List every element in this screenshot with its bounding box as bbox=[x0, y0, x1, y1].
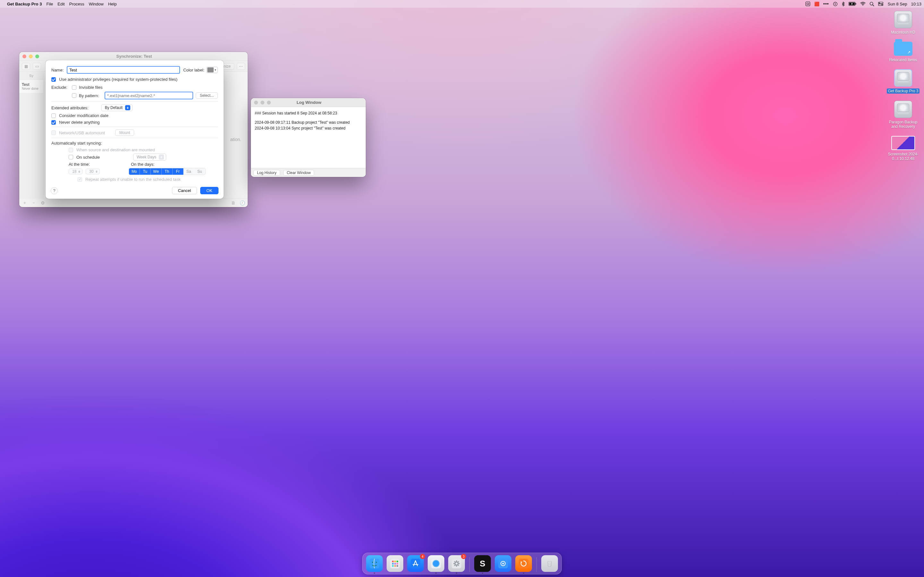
svg-point-6 bbox=[863, 5, 863, 6]
clear-window-button[interactable]: Clear Window bbox=[283, 170, 314, 176]
dock-app-getbackup[interactable] bbox=[515, 555, 532, 572]
log-body[interactable]: ### Session has started 8 Sep 2024 at 08… bbox=[251, 107, 366, 168]
day-fr[interactable]: Fr bbox=[173, 168, 184, 175]
day-th[interactable]: Th bbox=[162, 168, 173, 175]
drive-icon bbox=[894, 69, 912, 87]
invisible-label: Invisible files bbox=[79, 85, 103, 90]
pattern-input[interactable] bbox=[105, 92, 193, 99]
window-controls[interactable] bbox=[23, 55, 39, 58]
bypattern-checkbox[interactable] bbox=[72, 93, 76, 98]
running-indicator-icon bbox=[482, 572, 483, 574]
desktop-icon-screenshot[interactable]: Screenshot 2024-0...t 10.12.48 bbox=[885, 136, 921, 161]
desktop-label: Macintosh HD bbox=[891, 30, 915, 35]
zoom-window-button[interactable] bbox=[267, 101, 271, 105]
minimize-window-button[interactable] bbox=[29, 55, 33, 58]
desktop-icon-relocated[interactable]: Relocated Items bbox=[885, 42, 921, 62]
zoom-window-button[interactable] bbox=[35, 55, 39, 58]
dock-trash[interactable] bbox=[541, 555, 558, 572]
menu-file[interactable]: File bbox=[46, 2, 53, 6]
desktop-icon-paragon[interactable]: Paragon Backup and Recovery bbox=[885, 101, 921, 129]
dock-app-appstore[interactable]: 4 bbox=[407, 555, 424, 572]
admin-checkbox[interactable] bbox=[51, 77, 56, 82]
dock: 4 3 S bbox=[362, 553, 562, 574]
window-title: Synchronize: Test bbox=[116, 54, 152, 59]
menu-help[interactable]: Help bbox=[108, 2, 117, 6]
menu-process[interactable]: Process bbox=[69, 2, 84, 6]
menu-edit[interactable]: Edit bbox=[57, 2, 65, 6]
day-sa[interactable]: Sa bbox=[184, 168, 194, 175]
day-su[interactable]: Su bbox=[194, 168, 205, 175]
dock-app-launchpad[interactable] bbox=[387, 555, 403, 572]
repeat-checkbox: ✓ bbox=[78, 177, 82, 182]
titlebar[interactable]: Log Window bbox=[251, 98, 366, 107]
svg-rect-0 bbox=[806, 2, 810, 6]
battery-icon[interactable] bbox=[849, 2, 856, 6]
toolbar-more-button[interactable]: ⋯ bbox=[237, 63, 245, 70]
day-tu[interactable]: Tu bbox=[140, 168, 151, 175]
control-center-icon[interactable] bbox=[878, 2, 883, 6]
menu-window[interactable]: Window bbox=[89, 2, 103, 6]
menubar-date[interactable]: Sun 8 Sep bbox=[888, 2, 907, 6]
sidebar: Sy Test Never done bbox=[19, 72, 44, 207]
running-indicator-icon bbox=[374, 572, 375, 574]
color-select[interactable]: ▾ bbox=[206, 67, 218, 73]
desktop-icon-getbackup[interactable]: Get Backup Pro 3 bbox=[885, 69, 921, 93]
svg-rect-44 bbox=[519, 559, 528, 568]
document-icon[interactable]: 🗎 bbox=[230, 200, 236, 206]
drive-icon bbox=[894, 101, 912, 118]
toolbar-mode-icon[interactable]: ▦ bbox=[22, 63, 30, 70]
status-badge-icon[interactable]: 🟥 bbox=[814, 2, 819, 6]
invisible-checkbox[interactable] bbox=[72, 85, 76, 90]
close-window-button[interactable] bbox=[23, 55, 26, 58]
svg-point-28 bbox=[433, 560, 439, 567]
desktop-label: Relocated Items bbox=[889, 58, 917, 62]
screen-record-icon[interactable] bbox=[805, 1, 811, 6]
days-segmented[interactable]: Mo Tu We Th Fr Sa Su bbox=[129, 168, 206, 175]
settings-gear-icon[interactable]: ⚙ bbox=[40, 200, 45, 206]
cancel-button[interactable]: Cancel bbox=[172, 187, 197, 194]
dock-app-safari[interactable] bbox=[428, 555, 444, 572]
netusb-checkbox bbox=[51, 131, 56, 135]
svg-point-1 bbox=[807, 3, 809, 5]
titlebar[interactable]: Synchronize: Test bbox=[19, 52, 248, 61]
hour-stepper: 18 bbox=[69, 169, 82, 174]
dock-app-settings[interactable]: 3 bbox=[448, 555, 465, 572]
add-button[interactable]: ＋ bbox=[22, 200, 27, 206]
day-we[interactable]: We bbox=[151, 168, 162, 175]
wifi-icon[interactable] bbox=[860, 2, 866, 6]
moddate-checkbox[interactable] bbox=[51, 113, 56, 118]
clock-icon[interactable]: 🕘 bbox=[239, 200, 245, 206]
svg-rect-4 bbox=[855, 3, 856, 5]
play-icon[interactable] bbox=[833, 2, 838, 6]
minimize-window-button[interactable] bbox=[260, 101, 264, 105]
desktop-label-selected: Get Backup Pro 3 bbox=[887, 89, 920, 93]
neverdelete-checkbox[interactable] bbox=[51, 120, 56, 125]
dock-app-finder[interactable] bbox=[366, 555, 383, 572]
bluetooth-icon[interactable] bbox=[842, 2, 845, 6]
desktop-icon-hd[interactable]: Macintosh HD bbox=[885, 11, 921, 35]
remove-button[interactable]: － bbox=[31, 200, 37, 206]
select-pattern-button[interactable]: Select... bbox=[196, 92, 218, 99]
exclude-label: Exclude: bbox=[51, 85, 69, 90]
name-input[interactable] bbox=[67, 66, 180, 74]
help-button[interactable]: ? bbox=[51, 187, 58, 194]
day-mo[interactable]: Mo bbox=[129, 168, 140, 175]
window-controls[interactable] bbox=[254, 101, 271, 105]
sidebar-item[interactable]: Test Never done bbox=[19, 80, 43, 93]
toolbar-mode-icon[interactable]: ▭ bbox=[33, 63, 41, 70]
dock-app-generic-s[interactable]: S bbox=[474, 555, 491, 572]
svg-point-12 bbox=[881, 5, 882, 5]
status-menu-icon[interactable]: ••• bbox=[823, 1, 829, 6]
color-label: Color label: bbox=[183, 68, 204, 73]
ok-button[interactable]: OK bbox=[200, 187, 218, 194]
extended-attributes-popup[interactable]: By Default bbox=[102, 104, 132, 111]
dock-app-generic-camera[interactable] bbox=[495, 555, 511, 572]
spotlight-icon[interactable] bbox=[869, 2, 874, 6]
log-history-button[interactable]: Log History bbox=[254, 170, 280, 176]
close-window-button[interactable] bbox=[254, 101, 258, 105]
onschedule-checkbox[interactable] bbox=[69, 155, 73, 159]
log-footer: Log History Clear Window bbox=[251, 168, 366, 177]
app-menu[interactable]: Get Backup Pro 3 bbox=[7, 2, 42, 6]
main-placeholder-text: ation. bbox=[230, 137, 241, 142]
menubar-time[interactable]: 10:13 bbox=[911, 2, 921, 6]
